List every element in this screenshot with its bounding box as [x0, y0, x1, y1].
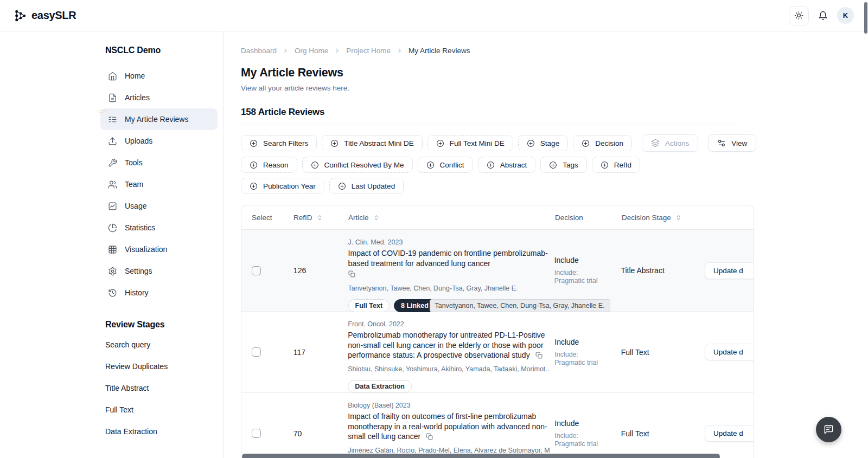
journal-name[interactable]: Biology (Basel) 2023: [348, 402, 550, 409]
sidebar-item-home[interactable]: Home: [100, 65, 218, 87]
stage-link-search-query[interactable]: Search query: [100, 334, 218, 356]
breadcrumb-dashboard[interactable]: Dashboard: [241, 47, 277, 55]
filter-chip-stage[interactable]: Stage: [518, 135, 568, 151]
update-decision-button[interactable]: Update d: [705, 344, 754, 360]
stage-badge[interactable]: Data Extraction: [348, 380, 412, 393]
sidebar-item-team[interactable]: Team: [100, 173, 218, 195]
sidebar-item-my-article-reviews[interactable]: My Article Reviews: [100, 108, 218, 130]
brand-name: easySLR: [31, 9, 76, 22]
main-content: Dashboard Org Home Project Home My Artic…: [224, 31, 868, 458]
sidebar-item-articles[interactable]: Articles: [100, 87, 218, 108]
filter-chip-tags[interactable]: Tags: [540, 157, 587, 173]
filter-chip-conflict[interactable]: Conflict: [418, 157, 473, 173]
copy-icon[interactable]: [348, 270, 355, 278]
filter-chip-conflict-resolved-by-me[interactable]: Conflict Resolved By Me: [302, 157, 413, 173]
breadcrumb-project-home[interactable]: Project Home: [346, 47, 391, 55]
authors-tooltip: Tanvetyanon, Tawee, Chen, Dung-Tsa, Gray…: [430, 299, 610, 312]
column-header-decision-stage: Decision Stage: [622, 214, 706, 222]
breadcrumb-org-home[interactable]: Org Home: [295, 47, 328, 55]
filter-chip-title-abstract-mini-de[interactable]: Title Abstract Mini DE: [322, 135, 423, 151]
chat-fab-button[interactable]: [816, 417, 841, 442]
article-authors: Jiménez Galán, Rocío, Prado-Mel, Elena, …: [348, 447, 550, 454]
journal-name[interactable]: Front. Oncol. 2022: [348, 320, 550, 328]
article-authors: Shiotsu, Shinsuke, Yoshimura, Akihiro, Y…: [348, 365, 550, 373]
sidebar-item-label: Settings: [125, 267, 152, 275]
sidebar-item-label: Visualization: [125, 245, 167, 254]
sidebar-item-history[interactable]: History: [100, 282, 218, 304]
sort-icon[interactable]: [316, 214, 323, 221]
actions-button[interactable]: Actions: [642, 134, 698, 152]
filter-chip-full-text-mini-de[interactable]: Full Text Mini DE: [427, 135, 513, 151]
filter-chip-decision[interactable]: Decision: [573, 135, 632, 151]
article-title[interactable]: Pembrolizumab monotherapy for untreated …: [348, 331, 545, 359]
article-title[interactable]: Impact of frailty on outcomes of first-l…: [348, 412, 547, 441]
sidebar-item-label: Uploads: [125, 137, 152, 145]
table-header-row: Select RefID Article Decision Decision S…: [241, 205, 754, 230]
sidebar-item-uploads[interactable]: Uploads: [100, 130, 218, 152]
layers-icon: [651, 139, 660, 147]
decision-stage-cell: Full Text: [621, 429, 705, 438]
stage-link-full-text[interactable]: Full Text: [100, 399, 218, 421]
row-checkbox[interactable]: [252, 266, 261, 275]
decision-stage-cell: Full Text: [621, 348, 705, 357]
notifications-button[interactable]: [818, 11, 828, 21]
grid-icon: [108, 245, 117, 254]
gear-icon: [108, 267, 117, 276]
update-decision-button[interactable]: Update d: [705, 425, 754, 442]
line-chart-icon: [108, 202, 117, 211]
row-checkbox[interactable]: [252, 347, 261, 357]
update-decision-button[interactable]: Update d: [705, 262, 754, 279]
article-reviews-table: Select RefID Article Decision Decision S…: [241, 205, 754, 458]
copy-icon[interactable]: [535, 352, 542, 359]
column-header-select: Select: [241, 214, 288, 222]
easyslr-logo[interactable]: easySLR: [14, 9, 76, 23]
stage-badge[interactable]: Full Text: [348, 299, 390, 312]
copy-icon[interactable]: [426, 433, 433, 440]
filter-chip-refid[interactable]: RefId: [592, 157, 640, 173]
filter-chip-last-updated[interactable]: Last Updated: [329, 178, 404, 194]
sidebar-item-settings[interactable]: Settings: [100, 260, 218, 282]
filter-chip-reason[interactable]: Reason: [241, 157, 297, 173]
view-button[interactable]: View: [708, 134, 756, 152]
user-avatar[interactable]: K: [837, 7, 854, 24]
easyslr-logo-icon: [14, 9, 27, 23]
decision-value: Include: [554, 338, 621, 346]
filter-chip-abstract[interactable]: Abstract: [478, 157, 536, 173]
history-icon: [108, 288, 117, 298]
decision-detail: Include: Pragmatic trial: [554, 351, 604, 367]
filter-chip-publication-year[interactable]: Publication Year: [241, 178, 324, 194]
sidebar-item-tools[interactable]: Tools: [100, 152, 218, 173]
filter-chip-search-filters[interactable]: Search Filters: [241, 135, 317, 151]
stage-link-data-extraction[interactable]: Data Extraction: [100, 421, 218, 442]
section-divider: [241, 125, 739, 125]
sidebar-item-label: Tools: [125, 158, 143, 167]
orange-ellipse-annotation: [97, 107, 106, 116]
refid-cell: 117: [288, 348, 348, 357]
vertical-scrollbar[interactable]: [864, 2, 867, 34]
refid-cell: 126: [288, 266, 348, 275]
chevron-right-icon: [334, 47, 341, 54]
column-header-decision: Decision: [555, 214, 622, 222]
sidebar-item-usage[interactable]: Usage: [100, 195, 218, 217]
sidebar-item-visualization[interactable]: Visualization: [100, 238, 218, 260]
article-title[interactable]: Impact of COVID-19 pandemic on frontline…: [348, 248, 550, 268]
journal-name[interactable]: J. Clin. Med. 2023: [348, 238, 550, 246]
decision-cell: Include Include: Pragmatic trial: [554, 256, 621, 285]
theme-toggle-button[interactable]: [789, 6, 809, 25]
decision-value: Include: [554, 256, 621, 265]
users-icon: [108, 180, 117, 189]
sidebar-item-statistics[interactable]: Statistics: [100, 217, 218, 238]
plus-circle-icon: [311, 161, 319, 169]
plus-circle-icon: [250, 139, 258, 147]
stage-link-title-abstract[interactable]: Title Abstract: [100, 377, 218, 399]
row-checkbox[interactable]: [252, 429, 261, 438]
sort-icon[interactable]: [675, 214, 682, 221]
stage-link-review-duplicates[interactable]: Review Duplicates: [100, 356, 218, 377]
plus-circle-icon: [549, 161, 557, 169]
sidebar-item-label: Statistics: [125, 223, 155, 232]
table-row: 126 J. Clin. Med. 2023 Impact of COVID-1…: [241, 230, 754, 311]
wrench-icon: [108, 158, 117, 167]
sort-icon[interactable]: [373, 214, 380, 221]
project-name: NSCLC Demo: [105, 46, 218, 55]
horizontal-scrollbar[interactable]: [242, 454, 720, 458]
